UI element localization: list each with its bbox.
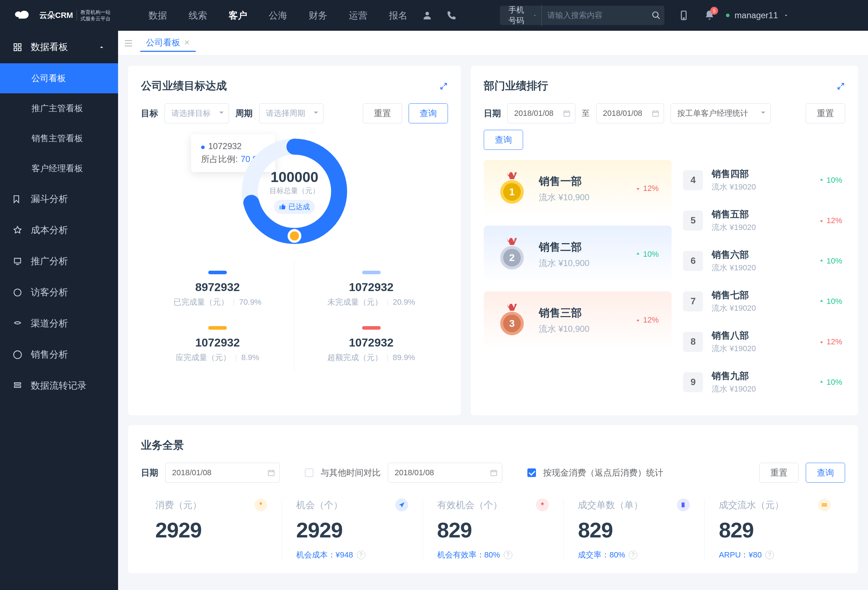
period-select[interactable]: 请选择周期 [259, 103, 323, 124]
sidebar-item-3[interactable]: 客户经理看板 [0, 153, 118, 184]
ov-date-label: 日期 [141, 467, 158, 478]
ranking-card: 部门业绩排行 日期 2018/01/08 至 2018/01/08 按工单客户经… [471, 66, 858, 415]
svg-rect-5 [18, 44, 21, 47]
user-menu[interactable]: manager11 [726, 10, 788, 21]
rank-rest: 4 销售四部 流水 ¥19020 10% 5 销售五部 流水 ¥19020 12… [680, 160, 845, 402]
nav-icon [13, 381, 22, 390]
nav-item-4[interactable]: 财务 [309, 9, 328, 22]
expand-icon[interactable] [837, 82, 845, 90]
date-separator: 至 [582, 108, 590, 119]
help-icon[interactable]: ? [504, 551, 512, 559]
sidebar-simple-1[interactable]: 成本分析 [0, 215, 118, 246]
kpi-row: 消费（元） 2929 机会（个） 2929 机会成本：¥948? 有效机会（个）… [141, 499, 845, 560]
nav-item-0[interactable]: 数据 [149, 9, 167, 22]
help-icon[interactable]: ? [629, 551, 637, 559]
target-select[interactable]: 请选择目标 [165, 103, 229, 124]
rank-name: 销售二部 [539, 240, 624, 255]
kpi-label: 机会（个） [296, 499, 343, 511]
svg-rect-7 [18, 48, 21, 51]
rank-row: 4 销售四部 流水 ¥19020 10% [680, 160, 845, 200]
kpi-foot: 机会有效率：80%? [437, 550, 549, 560]
date-from-input[interactable]: 2018/01/08 [507, 103, 575, 124]
rank-sub: 流水 ¥19020 [712, 384, 810, 394]
medal-icon: 2 [497, 237, 527, 271]
reached-badge: 已达成 [274, 200, 315, 214]
medal-icon: 3 [497, 303, 527, 337]
nav-icon [13, 350, 22, 359]
metric-pending: 1072932 未完成量（元）20.9% [294, 261, 448, 317]
rank-trend: 10% [819, 378, 842, 387]
tab-label: 公司看板 [146, 37, 180, 48]
user-icon[interactable] [422, 10, 433, 21]
reset-button[interactable]: 重置 [363, 103, 402, 124]
query-button[interactable]: 查询 [806, 463, 845, 483]
sidebar-simple-6[interactable]: 数据流转记录 [0, 370, 118, 401]
kpi-2: 有效机会（个） 829 机会有效率：80%? [422, 499, 564, 560]
nav-item-3[interactable]: 公海 [269, 9, 287, 22]
bell-icon[interactable]: 5 [704, 10, 715, 21]
search-type-select[interactable]: 手机号码 [503, 4, 542, 26]
rank-row: 7 销售七部 流水 ¥19020 10% [680, 281, 845, 321]
ov-date1-input[interactable]: 2018/01/08 [165, 463, 280, 483]
rank-trend: 10% [819, 256, 842, 266]
search-input[interactable] [542, 11, 651, 20]
sidebar-item-1[interactable]: 推广主管看板 [0, 93, 118, 124]
calendar-icon [490, 469, 498, 477]
reset-button[interactable]: 重置 [806, 103, 845, 124]
donut-label: 目标总量（元） [269, 186, 319, 196]
rank-name: 销售六部 [712, 249, 810, 261]
trend-arrow-icon [819, 299, 824, 304]
sidebar-simple-0[interactable]: 漏斗分析 [0, 184, 118, 215]
help-icon[interactable]: ? [357, 551, 365, 559]
nav-item-6[interactable]: 报名 [389, 9, 407, 22]
compare-checkbox[interactable] [305, 468, 313, 477]
target-label: 目标 [141, 107, 158, 119]
sidebar-item-0[interactable]: 公司看板 [0, 63, 118, 93]
close-icon[interactable]: ✕ [184, 38, 190, 47]
chevron-down-icon [783, 13, 789, 18]
help-icon[interactable]: ? [765, 551, 774, 559]
date-to-input[interactable]: 2018/01/08 [596, 103, 664, 124]
menu-icon[interactable] [123, 38, 134, 49]
rank-row: 5 销售五部 流水 ¥19020 12% [680, 200, 845, 241]
cash-checkbox[interactable] [527, 468, 536, 477]
expand-icon[interactable] [439, 82, 448, 90]
sidebar-simple-5[interactable]: 销售分析 [0, 339, 118, 370]
kpi-value: 829 [578, 518, 690, 543]
sidebar-simple-3[interactable]: 访客分析 [0, 277, 118, 308]
donut-value: 100000 [270, 169, 318, 185]
rank-sub: 流水 ¥19020 [712, 182, 810, 193]
phone-icon[interactable] [446, 10, 457, 21]
tabbar: 公司看板 ✕ [118, 31, 868, 56]
stat-by-select[interactable]: 按工单客户经理统计 [670, 103, 771, 124]
kpi-0: 消费（元） 2929 [141, 499, 282, 560]
reset-button[interactable]: 重置 [759, 463, 799, 483]
period-label: 周期 [235, 107, 252, 119]
main-nav: 数据线索客户公海财务运营报名 [149, 9, 407, 22]
sidebar-item-2[interactable]: 销售主管看板 [0, 124, 118, 153]
donut-chart: 100000 目标总量（元） 已达成 [237, 134, 352, 249]
calendar-icon [563, 109, 571, 117]
svg-rect-4 [14, 44, 17, 47]
sidebar-simple-4[interactable]: 渠道分析 [0, 308, 118, 339]
rank-row: 9 销售九部 流水 ¥19020 10% [680, 362, 845, 402]
rank-name: 销售七部 [712, 289, 810, 302]
tab-company-board[interactable]: 公司看板 ✕ [140, 35, 196, 52]
nav-item-1[interactable]: 线索 [189, 9, 207, 22]
device-icon[interactable] [678, 10, 689, 21]
search-button[interactable] [651, 11, 661, 20]
kpi-label: 成交流水（元） [719, 499, 784, 511]
metric-completed: 8972932 已完成量（元）70.9% [141, 261, 294, 317]
sidebar-group-dashboard[interactable]: 数据看板 [0, 31, 118, 63]
ranking-title: 部门业绩排行 [484, 79, 548, 93]
kpi-foot: 机会成本：¥948? [296, 550, 408, 560]
ov-date2-input[interactable]: 2018/01/08 [388, 463, 502, 483]
query-button[interactable]: 查询 [409, 103, 448, 124]
nav-item-2[interactable]: 客户 [229, 9, 247, 22]
nav-item-5[interactable]: 运营 [349, 9, 368, 22]
sidebar-simple-2[interactable]: 推广分析 [0, 246, 118, 277]
logo[interactable]: 云朵CRM 教育机构一站 式服务云平台 [0, 9, 123, 22]
query-button[interactable]: 查询 [484, 130, 523, 150]
rank-name: 销售九部 [712, 370, 810, 382]
kpi-4: 成交流水（元） 829 ARPU：¥80? [704, 499, 845, 560]
